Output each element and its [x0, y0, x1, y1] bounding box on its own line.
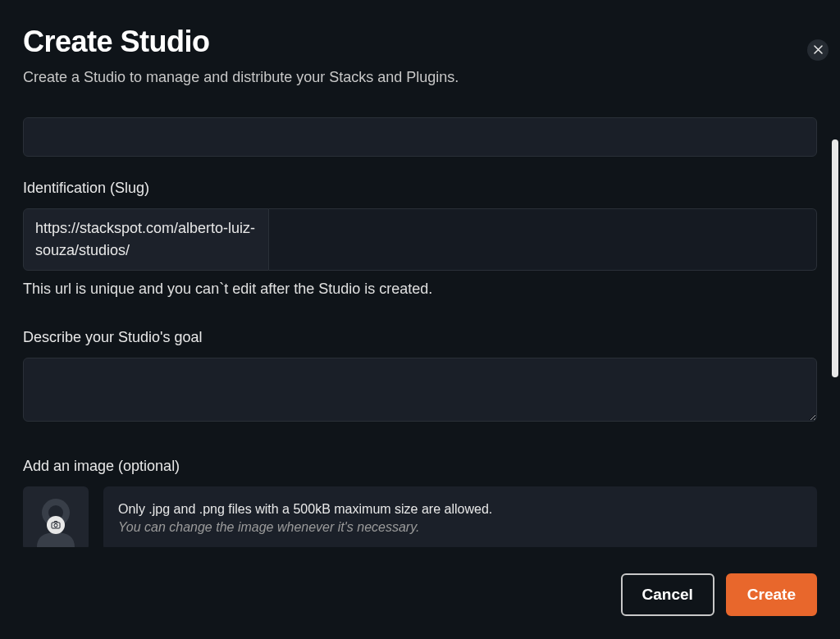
create-studio-modal: Create Studio Create a Studio to manage …	[0, 0, 840, 639]
slug-row: https://stackspot.com/alberto-luiz-souza…	[23, 208, 817, 271]
description-textarea[interactable]	[23, 358, 817, 422]
slug-prefix: https://stackspot.com/alberto-luiz-souza…	[23, 208, 269, 271]
image-info-sub: You can change the image whenever it's n…	[118, 520, 802, 535]
image-upload-button[interactable]	[23, 486, 89, 547]
image-upload-section: Only .jpg and .png files with a 500kB ma…	[23, 486, 817, 547]
modal-title: Create Studio	[23, 25, 817, 59]
close-icon	[814, 44, 823, 57]
camera-icon	[47, 516, 65, 534]
slug-helper-text: This url is unique and you can`t edit af…	[23, 281, 817, 298]
cancel-button[interactable]: Cancel	[621, 573, 714, 616]
image-label: Add an image (optional)	[23, 458, 817, 475]
close-button[interactable]	[807, 39, 829, 61]
form-section: Identification (Slug) https://stackspot.…	[23, 117, 817, 547]
image-upload-info: Only .jpg and .png files with a 500kB ma…	[103, 486, 817, 547]
studio-name-input[interactable]	[23, 117, 817, 157]
image-info-main: Only .jpg and .png files with a 500kB ma…	[118, 502, 802, 517]
scrollbar[interactable]	[832, 139, 838, 377]
slug-label: Identification (Slug)	[23, 180, 817, 197]
slug-input[interactable]	[269, 208, 817, 271]
modal-subtitle: Create a Studio to manage and distribute…	[23, 69, 817, 86]
create-button[interactable]: Create	[726, 573, 817, 616]
description-label: Describe your Studio's goal	[23, 329, 817, 346]
svg-point-3	[54, 524, 57, 527]
modal-footer: Cancel Create	[23, 573, 817, 616]
